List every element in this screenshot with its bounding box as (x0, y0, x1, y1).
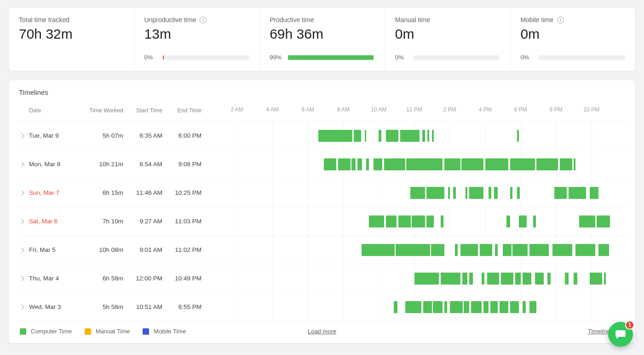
time-segment (398, 215, 411, 227)
card-pct: 99% (270, 54, 282, 61)
hour-label: 10 AM (371, 106, 386, 113)
expand-toggle[interactable] (19, 163, 29, 166)
expand-toggle[interactable] (19, 277, 29, 280)
card-bar-row: 99% (270, 54, 374, 61)
load-more-link[interactable]: Load more (308, 328, 336, 335)
time-segment (560, 158, 572, 170)
legend: Computer TimeManual TimeMobile Time (20, 328, 186, 335)
table-row[interactable]: Mon, Mar 810h 21m6:54 AM9:08 PM (17, 150, 627, 179)
table-row[interactable]: Sat, Mar 67h 10m9:27 AM11:03 PM (17, 207, 627, 236)
date-cell: Sat, Mar 6 (29, 218, 84, 225)
start-cell: 9:27 AM (123, 218, 162, 225)
time-segment (469, 273, 473, 285)
time-segment (533, 215, 536, 227)
table-row[interactable]: Tue, Mar 95h 07m6:35 AM6:00 PM (17, 122, 627, 150)
time-segment (464, 301, 469, 313)
legend-label: Mobile Time (154, 328, 186, 335)
time-segment (422, 130, 425, 142)
card-title: Mobile time (520, 16, 553, 23)
worked-cell: 5h 07m (84, 132, 123, 139)
timeline-rows: Tue, Mar 95h 07m6:35 AM6:00 PMMon, Mar 8… (17, 122, 627, 321)
card-pct: 0% (520, 54, 533, 61)
time-segment (441, 215, 443, 227)
time-segment (489, 187, 491, 199)
legend-label: Manual Time (96, 328, 130, 335)
time-segment (394, 301, 397, 313)
time-segment (444, 158, 460, 170)
time-segment (369, 215, 384, 227)
card-bar-row: 0% (144, 54, 249, 61)
table-row[interactable]: Wed, Mar 35h 58m10:51 AM6:55 PM (17, 293, 627, 321)
card-title: Manual time (395, 16, 430, 23)
time-segment (461, 158, 483, 170)
worked-cell: 10h 21m (84, 161, 123, 168)
time-segment (471, 301, 482, 313)
time-segment (597, 215, 610, 227)
start-cell: 12:00 PM (123, 275, 162, 282)
time-segment (426, 187, 444, 199)
time-segment (386, 215, 397, 227)
expand-toggle[interactable] (19, 220, 29, 223)
time-segment (324, 158, 336, 170)
time-segment (405, 301, 421, 313)
time-segment (574, 273, 577, 285)
time-segment (351, 158, 356, 170)
expand-toggle[interactable] (19, 305, 29, 309)
time-segment (406, 158, 443, 170)
time-segment (598, 244, 609, 256)
hour-headers: 2 AM4 AM6 AM8 AM10 AM12 PM2 PM4 PM6 PM8 … (201, 106, 627, 115)
timeline (201, 128, 627, 144)
time-segment (590, 273, 602, 285)
timeline (201, 271, 627, 286)
hour-label: 6 AM (302, 106, 314, 113)
card-value: 70h 32m (19, 26, 124, 42)
card-title-row: Mobile time (520, 16, 625, 23)
info-icon[interactable] (200, 17, 207, 23)
start-cell: 11:46 AM (123, 189, 162, 196)
worked-cell: 7h 10m (84, 218, 123, 225)
time-segment (517, 187, 520, 199)
time-segment (462, 273, 468, 285)
time-segment (441, 273, 460, 285)
time-segment (574, 158, 575, 170)
expand-toggle[interactable] (19, 248, 29, 252)
time-segment (510, 158, 535, 170)
end-cell: 9:08 PM (162, 161, 201, 168)
worked-cell: 6h 15m (84, 189, 123, 196)
table-row[interactable]: Fri, Mar 510h 08m9:01 AM11:02 PM (17, 236, 627, 264)
time-segment (536, 158, 558, 170)
expand-toggle[interactable] (19, 191, 29, 195)
date-cell: Thu, Mar 4 (29, 275, 84, 282)
time-segment (510, 301, 519, 313)
header-date: Date (29, 107, 84, 114)
time-segment (512, 244, 528, 256)
card-value: 13m (144, 26, 249, 42)
chevron-right-icon (19, 190, 24, 195)
time-segment (354, 130, 361, 142)
start-cell: 6:54 AM (123, 161, 162, 168)
bar-track (539, 55, 625, 60)
time-segment (579, 215, 595, 227)
info-icon[interactable] (557, 17, 564, 23)
table-row[interactable]: Sun, Mar 76h 15m11:46 AM10:25 PM (17, 179, 627, 207)
end-cell: 10:49 PM (162, 275, 201, 282)
time-segment (523, 273, 531, 285)
timeline-header-row: Date Time Worked Start Time End Time 2 A… (17, 106, 627, 122)
expand-toggle[interactable] (19, 134, 29, 138)
time-segment (448, 187, 450, 199)
chevron-right-icon (19, 162, 24, 167)
chat-button[interactable]: 1 (608, 322, 633, 347)
time-segment (414, 273, 439, 285)
legend-item: Manual Time (85, 328, 130, 335)
time-segment (483, 301, 489, 313)
bar-track (414, 55, 500, 60)
timeline (201, 185, 627, 201)
chat-badge: 1 (625, 320, 634, 330)
date-cell: Tue, Mar 9 (29, 132, 84, 139)
date-cell: Sun, Mar 7 (29, 189, 84, 196)
time-segment (426, 215, 433, 227)
table-row[interactable]: Thu, Mar 46h 58m12:00 PM10:49 PM (17, 264, 627, 293)
bar-fill (288, 55, 374, 60)
date-cell: Wed, Mar 3 (29, 303, 84, 310)
time-segment (362, 244, 395, 256)
